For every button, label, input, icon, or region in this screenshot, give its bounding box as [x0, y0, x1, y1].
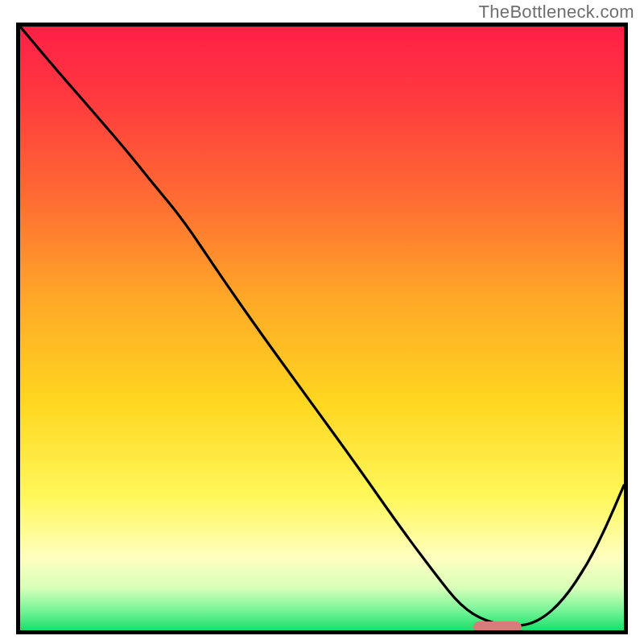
chart-stage: TheBottleneck.com: [0, 0, 644, 644]
curve-layer: [20, 27, 624, 630]
bottleneck-curve-path: [20, 27, 624, 625]
plot-frame: [16, 23, 628, 634]
watermark-text: TheBottleneck.com: [479, 2, 634, 23]
optimal-range-marker: [473, 621, 522, 633]
